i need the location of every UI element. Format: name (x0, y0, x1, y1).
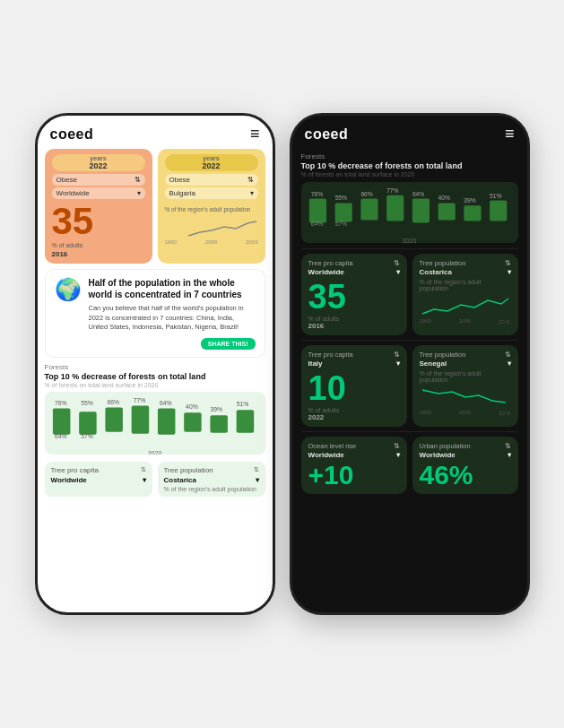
type-dropdown-right[interactable]: Obese ⇅ (165, 174, 258, 186)
divider-2 (301, 340, 518, 341)
dark-phone: coeed Forests Top 10 % decrease of fores… (290, 113, 530, 615)
region-dropdown-left[interactable]: Worldwide ▾ (52, 187, 145, 199)
svg-text:57%: 57% (81, 432, 93, 438)
svg-rect-17 (236, 410, 254, 432)
card-obese-bulgaria: years 2022 Obese ⇅ Bulgaria ▾ % of the r… (158, 149, 265, 264)
card-obese-worldwide: years 2022 Obese ⇅ Worldwide ▾ 35 % of a… (45, 149, 152, 264)
svg-text:66%: 66% (360, 191, 372, 197)
divider-3 (301, 431, 518, 432)
arrows-left[interactable]: ⇅ (141, 466, 146, 473)
arrows-right[interactable]: ⇅ (254, 466, 259, 473)
tree-type-left: Tree pro capita ⇅ (308, 259, 400, 267)
card-tree-pop-senegal: Tree population ⇅ Senegal ▾ % of the reg… (412, 345, 518, 427)
svg-rect-19 (308, 199, 325, 223)
tree-pop-region2[interactable]: Senegal ▾ (420, 360, 511, 368)
svg-text:77%: 77% (133, 397, 145, 403)
tree-big-number-2: 10 (308, 371, 400, 405)
info-heading: Half of the population in the whole worl… (89, 277, 256, 300)
light-phone: coeed years 2022 Obese ⇅ Worldwide (35, 113, 275, 615)
selectors-row-light: Tree pro capita ⇅ Worldwide ▾ Tree popul… (38, 458, 273, 500)
svg-text:64%: 64% (310, 221, 322, 227)
svg-rect-25 (360, 199, 377, 221)
svg-text:64%: 64% (412, 191, 423, 197)
dark-header: coeed (292, 116, 527, 149)
svg-text:51%: 51% (236, 401, 248, 407)
svg-rect-9 (131, 405, 149, 433)
forests-title-dark: Top 10 % decrease of forests on total la… (301, 161, 518, 170)
tree-pop-type: Tree population ⇅ (420, 259, 511, 267)
tree-pop-sublabel2: % of the region's adult population (420, 370, 511, 383)
forest-chart-svg-dark: 76% 64% 55% 57% 66% 77% 64% 40% 39% (307, 187, 513, 234)
tree-region-left[interactable]: Worldwide ▾ (308, 268, 400, 276)
tree-sublabel-2: % of adults (308, 407, 400, 413)
scene: coeed years 2022 Obese ⇅ Worldwide (0, 0, 564, 728)
card-tree-pro-worldwide: Tree pro capita ⇅ Worldwide ▾ 35 % of ad… (301, 254, 407, 335)
ocean-big-number: +10 (308, 462, 400, 489)
ocean-urban-row: Ocean level rise ⇅ Worldwide ▾ +10 Urban… (292, 434, 527, 497)
svg-rect-27 (386, 195, 403, 221)
info-block: 🌍 Half of the population in the whole wo… (45, 269, 265, 358)
year-badge-right: years 2022 (165, 154, 258, 171)
forests-title: Top 10 % decrease of forests on total la… (45, 372, 265, 381)
tree-year-2: 2022 (308, 413, 400, 421)
region-selector-right[interactable]: Costarica ▾ (164, 476, 259, 484)
svg-text:40%: 40% (438, 195, 449, 202)
card-ocean-level: Ocean level rise ⇅ Worldwide ▾ +10 (301, 437, 407, 494)
svg-text:51%: 51% (490, 193, 501, 199)
svg-rect-4 (79, 412, 97, 434)
forests-section-light: Forests Top 10 % decrease of forests on … (38, 363, 273, 458)
hamburger-light[interactable] (250, 125, 260, 143)
type-dropdown-left[interactable]: Obese ⇅ (52, 174, 145, 186)
svg-rect-15 (210, 415, 228, 433)
forests-sublabel-dark: % of forests on total land surface in 20… (301, 171, 518, 178)
tree-pop-type2: Tree population ⇅ (420, 351, 511, 359)
tree-pop-chart2 (420, 383, 511, 410)
year-badge-left: years 2022 (52, 154, 145, 171)
tree-pop-region[interactable]: Costarica ▾ (420, 268, 511, 276)
svg-text:76%: 76% (310, 191, 322, 197)
forest-bar-chart: 76% 64% 55% 57% 66% 77% 64% 40% (45, 392, 265, 455)
svg-text:55%: 55% (81, 400, 93, 406)
svg-text:66%: 66% (107, 398, 119, 404)
region-dropdown-right[interactable]: Bulgaria ▾ (165, 187, 258, 199)
card-tree-pro-italy: Tree pro capita ⇅ Italy ▾ 10 % of adults… (301, 345, 407, 427)
svg-text:77%: 77% (386, 187, 398, 194)
selector-tree-population: Tree population ⇅ Costarica ▾ % of the r… (158, 462, 265, 497)
svg-text:57%: 57% (334, 221, 346, 227)
svg-text:76%: 76% (54, 400, 66, 406)
mini-chart-svg (187, 214, 258, 239)
tree-cards-row-2: Tree pro capita ⇅ Italy ▾ 10 % of adults… (292, 342, 527, 429)
selector-tree-pro-capita: Tree pro capita ⇅ Worldwide ▾ (45, 462, 152, 497)
selector-title-right: Tree population (164, 466, 213, 474)
mini-chart-right (165, 214, 258, 239)
forests-label-dark: Forests (301, 152, 518, 160)
tree-year: 2016 (308, 322, 400, 330)
hamburger-dark[interactable] (505, 125, 515, 143)
tree-cards-row-1: Tree pro capita ⇅ Worldwide ▾ 35 % of ad… (292, 251, 527, 338)
forests-label: Forests (45, 363, 265, 371)
tree-pop-sublabel: % of the region's adult population (420, 279, 511, 291)
svg-text:64%: 64% (159, 400, 171, 406)
region-selector-left[interactable]: Worldwide ▾ (51, 476, 146, 484)
year-left: 2016 (52, 250, 145, 258)
svg-text:39%: 39% (464, 197, 475, 204)
forest-bar-chart-dark: 76% 64% 55% 57% 66% 77% 64% 40% 39% (301, 182, 518, 243)
tree-pop-chart (420, 291, 511, 318)
logo-dark: coeed (305, 126, 349, 143)
share-button[interactable]: SHARE THIS! (201, 338, 256, 350)
svg-text:40%: 40% (186, 403, 198, 410)
tree-sublabel: % of adults (308, 316, 400, 322)
big-number-left: 35 (52, 203, 145, 240)
light-header: coeed (38, 116, 273, 149)
tree-region-left2[interactable]: Italy ▾ (308, 360, 400, 368)
tree-type-left2: Tree pro capita ⇅ (308, 351, 400, 359)
svg-text:39%: 39% (210, 406, 222, 412)
sublabel-right: % of the region's adult population (165, 206, 258, 212)
urban-big-number: 46% (420, 462, 511, 489)
svg-rect-35 (490, 201, 507, 221)
card-urban-pop: Urban population ⇅ Worldwide ▾ 46% (412, 437, 518, 494)
chart-xlabel-dark: 2020 (307, 238, 513, 243)
card-tree-pop-costarica: Tree population ⇅ Costarica ▾ % of the r… (412, 254, 518, 335)
tree-big-number: 35 (308, 280, 400, 314)
forests-section-dark: Forests Top 10 % decrease of forests on … (292, 149, 527, 182)
